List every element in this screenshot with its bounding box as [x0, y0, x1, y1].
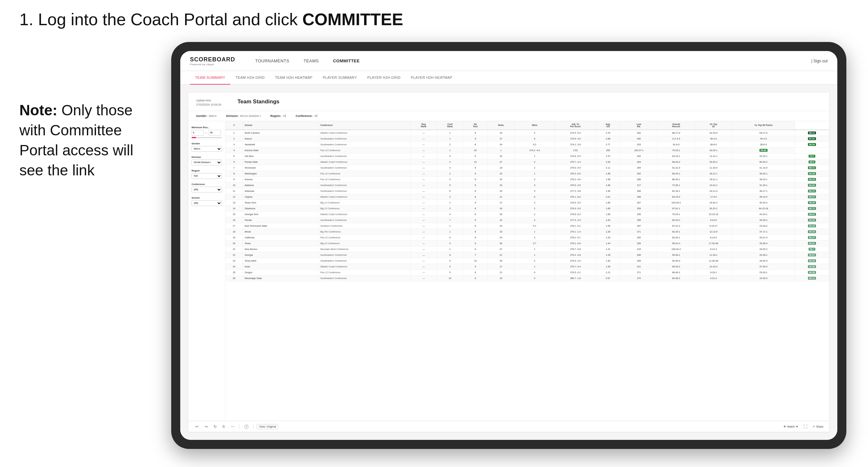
col-rnds: Rnds [488, 121, 514, 130]
school-control: School (All) [192, 196, 222, 206]
region-select[interactable]: N/A [192, 173, 222, 179]
table-row: 17East Tennessee StateSouthern Conferenc… [225, 223, 829, 229]
watch-btn[interactable]: 👁 Watch ▼ [783, 425, 799, 428]
note-bold: Note: [20, 102, 58, 119]
slider-fill [192, 137, 196, 138]
table-row: 4Arizona StatePac-12 Conference—1261274.… [225, 147, 829, 153]
main-panel: Update time: 27/03/2024 16:56:26 Team St… [188, 93, 829, 432]
filters-row: Gender: Men's Division: NCAA Division I … [188, 111, 829, 121]
top-navigation: SCOREBOARD Powered by clippd TOURNAMENTS… [180, 51, 837, 71]
eye-icon: 👁 [783, 425, 786, 428]
table-row: 3VanderbiltSoutheastern Conference—28246… [225, 142, 829, 147]
fullscreen-btn[interactable]: ⛶ [802, 424, 809, 430]
col-school: School [243, 121, 318, 130]
table-row: 6Florida StateAtlantic Coast Conference—… [225, 159, 829, 165]
col-vs-top50: Vs Top 50 Points [732, 121, 795, 130]
division-select[interactable]: NCAA Division I [192, 160, 222, 165]
content-area: Update time: 27/03/2024 16:56:26 Team St… [180, 85, 837, 440]
redo-btn[interactable]: ↪ [203, 424, 209, 430]
step-text: Log into the Coach Portal and click [38, 10, 302, 29]
gender-control: Gender Men's [192, 142, 222, 152]
division-filter: Division: NCAA Division I [226, 114, 261, 118]
toolbar-right: 👁 Watch ▼ ⛶ ↗ Share [783, 424, 824, 430]
table-row: 23Texas A&MSoutheastern Conference—91030… [225, 258, 829, 263]
table-row: 8WashingtonPac-12 Conference—28231276.3 … [225, 170, 829, 176]
nav-teams[interactable]: TEAMS [297, 51, 326, 71]
committee-keyword: COMMITTEE [302, 10, 403, 29]
table-row: 26Mississippi StateSoutheastern Conferen… [225, 275, 829, 281]
scoreboard-logo: SCOREBOARD Powered by clippd [190, 56, 235, 66]
gender-select[interactable]: Men's [192, 146, 222, 152]
sub-navigation: TEAM SUMMARY TEAM H2H GRID TEAM H2H HEAT… [180, 71, 837, 85]
table-row: 10AlabamaSoutheastern Conference—5823327… [225, 182, 829, 188]
col-avg-sg: Avg.SG [596, 121, 620, 130]
school-select[interactable]: (All) [192, 200, 222, 206]
sub-nav-team-h2h-heatmap[interactable]: TEAM H2H HEATMAP [270, 71, 317, 85]
sign-out-link[interactable]: | Sign out [811, 59, 828, 63]
table-row: 9ArizonaPac-12 Conference—38223276.3 -4.… [225, 176, 829, 182]
undo-btn[interactable]: ↩ [194, 424, 200, 430]
region-filter: Region: All [270, 114, 286, 118]
step-number: 1. [20, 10, 33, 29]
table-row: 20TexasBig 12 Conference—39280.7279.2 -0… [225, 240, 829, 246]
nav-tournaments[interactable]: TOURNAMENTS [248, 51, 297, 71]
more-btn[interactable]: ⋯ [229, 424, 236, 430]
table-row: 11ArkansasSoutheastern Conference—682332… [225, 188, 829, 194]
nav-committee[interactable]: COMMITTEE [326, 51, 367, 71]
left-controls: Minimum Rou... — Gender [188, 121, 225, 421]
table-container: # School Conference RegRank ConfRank NoT… [225, 121, 829, 421]
toolbar-sep-2 [253, 424, 254, 429]
table-row: 1North CarolinaAtlantic Coast Conference… [225, 130, 829, 136]
sub-nav-player-summary[interactable]: PLAYER SUMMARY [317, 71, 362, 85]
conference-select[interactable]: (All) [192, 187, 222, 192]
min-rounds-input[interactable] [192, 130, 204, 136]
refresh-btn[interactable]: ↻ [212, 424, 218, 430]
table-row: 24DukeAtlantic Coast Conference—59271279… [225, 263, 829, 269]
col-low-rd: LowRd. [620, 121, 657, 130]
share-btn[interactable]: ↗ Share [812, 425, 824, 428]
table-row: 5Ole MissSoutheastern Conference—3618127… [225, 153, 829, 159]
panel-body: Minimum Rou... — Gender [188, 121, 829, 421]
sub-nav-player-h2h-grid[interactable]: PLAYER H2H GRID [362, 71, 406, 85]
table-row: 13Texas TechBig 12 Conference—19272276.9… [225, 199, 829, 206]
conference-filter: Conference: All [296, 114, 317, 118]
col-adj-score: Adj. ToPar Score [555, 121, 596, 130]
sub-nav-team-h2h-grid[interactable]: TEAM H2H GRID [230, 71, 270, 85]
conference-control: Conference (All) [192, 183, 222, 192]
sub-nav-team-summary[interactable]: TEAM SUMMARY [190, 71, 230, 85]
gender-filter: Gender: Men's [196, 114, 216, 118]
table-row: 19CaliforniaPac-12 Conference—48242278.2… [225, 235, 829, 240]
max-rounds-input[interactable] [209, 130, 221, 136]
rounds-slider[interactable] [192, 137, 222, 138]
table-row: 22GeorgiaSoutheastern Conference—8721127… [225, 252, 829, 258]
standings-table: # School Conference RegRank ConfRank NoT… [225, 121, 829, 281]
division-control: Division NCAA Division I [192, 156, 222, 165]
copy-btn[interactable]: ⎘ [221, 424, 226, 430]
col-reg-rank: RegRank [410, 121, 437, 130]
view-original-btn[interactable]: View: Original [257, 424, 278, 429]
clock-btn[interactable]: 🕐 [243, 424, 250, 430]
share-icon: ↗ [812, 425, 815, 428]
logo-sub-text: Powered by clippd [190, 63, 235, 66]
panel-title: Team Standings [238, 98, 279, 105]
table-row: 12VirginiaAtlantic Coast Conference—3821… [225, 194, 829, 199]
step-instruction: 1. Log into the Coach Portal and click C… [20, 10, 403, 29]
tablet-frame: SCOREBOARD Powered by clippd TOURNAMENTS… [171, 42, 846, 449]
toolbar-sep-1 [239, 424, 239, 429]
update-time: Update time: 27/03/2024 16:56:26 [196, 98, 221, 107]
table-row: 16FloridaSoutheastern Conference—7924427… [225, 217, 829, 223]
col-vs-top25: Vs Top25 [695, 121, 732, 130]
panel-header: Update time: 27/03/2024 16:56:26 Team St… [188, 93, 829, 111]
table-header: # School Conference RegRank ConfRank NoT… [225, 121, 829, 130]
col-rank: # [225, 121, 243, 130]
col-overall: OverallRecord [657, 121, 694, 130]
tablet-screen: SCOREBOARD Powered by clippd TOURNAMENTS… [180, 51, 837, 440]
table-body: 1North CarolinaAtlantic Coast Conference… [225, 130, 829, 281]
table-row: 21New MexicoMountain West Conference—192… [225, 246, 829, 252]
col-wins: Wins [514, 121, 555, 130]
sub-nav-player-h2h-heatmap[interactable]: PLAYER H2H HEATMAP [406, 71, 458, 85]
rounds-range: — [192, 130, 222, 136]
table-row: 14OklahomaBig 12 Conference—28242276.9 -… [225, 206, 829, 211]
region-control: Region N/A [192, 169, 222, 179]
note-text: Note: Only those with Committee Portal a… [20, 100, 142, 180]
